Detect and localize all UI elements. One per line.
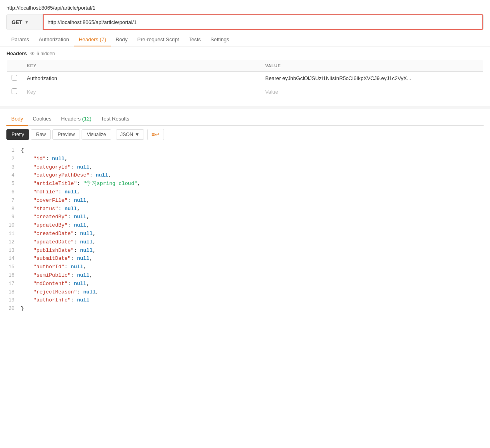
line-num-12: 12 xyxy=(6,239,21,246)
line-num-2: 2 xyxy=(6,155,21,163)
response-tabs-nav: Body Cookies Headers (12) Test Results xyxy=(6,113,484,126)
response-tab-cookies[interactable]: Cookies xyxy=(28,113,56,126)
headers-label: Headers xyxy=(6,50,27,56)
json-key-semiPublic: "semiPublic" xyxy=(33,271,71,280)
checkbox-new[interactable] xyxy=(12,88,17,94)
format-label: JSON xyxy=(120,132,133,137)
json-val-categoryPathDesc: null xyxy=(96,171,108,180)
json-val-updatedDate: null xyxy=(80,238,92,247)
json-key-authorId: "authorId" xyxy=(33,263,64,271)
method-selector[interactable]: GET ▼ xyxy=(7,14,43,30)
tab-headers[interactable]: Headers (7) xyxy=(74,33,111,46)
json-key-createdBy: "createdBy" xyxy=(33,213,68,221)
view-raw-button[interactable]: Raw xyxy=(31,129,51,140)
line-num-14: 14 xyxy=(6,255,21,263)
json-val-publishDate: null xyxy=(80,247,92,255)
line-num-15: 15 xyxy=(6,263,21,271)
tab-pre-request-script[interactable]: Pre-request Script xyxy=(132,33,184,46)
hidden-badge: 👁 6 hidden xyxy=(30,51,55,56)
json-key-mdContent: "mdContent" xyxy=(33,280,68,288)
line-num-20: 20 xyxy=(6,305,21,313)
json-key-authorInfo: "authorInfo" xyxy=(33,296,71,305)
json-line-19: 19 "authorInfo": null xyxy=(6,296,484,305)
view-preview-button[interactable]: Preview xyxy=(52,129,80,140)
response-toolbar: Pretty Raw Preview Visualize JSON ▼ ≡↩ xyxy=(6,126,484,143)
url-input-wrapper xyxy=(43,14,483,30)
view-pretty-button[interactable]: Pretty xyxy=(6,129,29,140)
headers-section: Headers 👁 6 hidden KEY VALUE Authorizati… xyxy=(0,46,490,103)
eye-icon: 👁 xyxy=(30,51,35,56)
tab-settings[interactable]: Settings xyxy=(206,33,234,46)
json-line-17: 17 "mdContent": null, xyxy=(6,280,484,288)
headers-table-header-row: KEY VALUE xyxy=(7,60,484,72)
response-tab-body[interactable]: Body xyxy=(6,113,28,126)
request-tabs-nav: Params Authorization Headers (7) Body Pr… xyxy=(0,33,490,46)
json-body: 1 { 2 "id": null, 3 "categoryId": null, … xyxy=(6,143,484,316)
key-cell-new[interactable]: Key xyxy=(22,85,260,99)
headers-badge: (7) xyxy=(100,36,106,42)
line-num-18: 18 xyxy=(6,289,21,296)
line-num-8: 8 xyxy=(6,205,21,213)
json-val-rejectReason: null xyxy=(83,288,96,297)
json-line-20: 20 } xyxy=(6,305,484,313)
value-cell-new[interactable]: Value xyxy=(260,85,484,99)
line-num-10: 10 xyxy=(6,222,21,229)
line-num-13: 13 xyxy=(6,247,21,255)
json-val-createdBy: null xyxy=(74,213,86,221)
key-cell-auth[interactable]: Authorization xyxy=(22,72,260,85)
checkbox-col-header xyxy=(7,60,22,72)
json-line-12: 12 "updatedDate": null, xyxy=(6,238,484,247)
json-line-6: 6 "mdFile": null, xyxy=(6,188,484,197)
response-tab-test-results[interactable]: Test Results xyxy=(96,113,134,126)
json-val-categoryId: null xyxy=(77,163,89,172)
json-line-7: 7 "coverFile": null, xyxy=(6,197,484,205)
section-divider xyxy=(0,106,490,109)
wrap-button[interactable]: ≡↩ xyxy=(147,129,164,140)
json-val-authorInfo: null xyxy=(77,296,89,305)
request-bar: GET ▼ xyxy=(6,14,484,30)
json-key-submitDate: "submitDate" xyxy=(33,255,71,263)
json-line-11: 11 "createdDate": null, xyxy=(6,230,484,238)
json-val-status: null xyxy=(64,205,77,213)
json-key-updatedDate: "updatedDate" xyxy=(33,238,74,247)
json-key-categoryId: "categoryId" xyxy=(33,163,71,172)
json-key-id: "id" xyxy=(33,155,46,163)
tab-params[interactable]: Params xyxy=(6,33,34,46)
url-input[interactable] xyxy=(44,15,482,29)
json-key-categoryPathDesc: "categoryPathDesc" xyxy=(33,171,89,180)
json-line-15: 15 "authorId": null, xyxy=(6,263,484,271)
page-title: http://localhost:8065/api/article/portal… xyxy=(0,0,490,14)
json-line-18: 18 "rejectReason": null, xyxy=(6,288,484,297)
response-tab-headers[interactable]: Headers (12) xyxy=(56,113,96,126)
json-brace-close: } xyxy=(21,305,24,313)
headers-label-row: Headers 👁 6 hidden xyxy=(6,50,484,56)
json-val-authorId: null xyxy=(71,263,83,271)
tab-authorization[interactable]: Authorization xyxy=(34,33,74,46)
line-num-1: 1 xyxy=(6,147,21,155)
json-line-2: 2 "id": null, xyxy=(6,155,484,163)
json-line-13: 13 "publishDate": null, xyxy=(6,247,484,255)
format-selector[interactable]: JSON ▼ xyxy=(116,129,144,140)
line-num-7: 7 xyxy=(6,197,21,205)
line-num-3: 3 xyxy=(6,164,21,171)
line-num-17: 17 xyxy=(6,280,21,288)
line-num-11: 11 xyxy=(6,230,21,238)
line-num-9: 9 xyxy=(6,213,21,221)
line-num-6: 6 xyxy=(6,189,21,196)
view-visualize-button[interactable]: Visualize xyxy=(82,129,111,140)
chevron-down-icon: ▼ xyxy=(25,20,29,24)
json-val-articleTitle: "学习spring cloud" xyxy=(83,180,137,188)
json-val-mdFile: null xyxy=(64,188,77,197)
tab-body[interactable]: Body xyxy=(111,33,132,46)
tab-tests[interactable]: Tests xyxy=(184,33,206,46)
line-num-4: 4 xyxy=(6,172,21,179)
checkbox-cell-auth xyxy=(7,72,22,85)
value-cell-auth[interactable]: Bearer eyJhbGciOiJSUzI1NiIsInR5cCI6IkpXV… xyxy=(260,72,484,85)
checkbox-auth[interactable] xyxy=(12,75,17,80)
json-line-16: 16 "semiPublic": null, xyxy=(6,271,484,280)
line-num-19: 19 xyxy=(6,297,21,304)
json-line-8: 8 "status": null, xyxy=(6,205,484,213)
header-row-authorization: Authorization Bearer eyJhbGciOiJSUzI1NiI… xyxy=(7,72,484,85)
json-line-1: 1 { xyxy=(6,147,484,155)
line-num-16: 16 xyxy=(6,272,21,279)
